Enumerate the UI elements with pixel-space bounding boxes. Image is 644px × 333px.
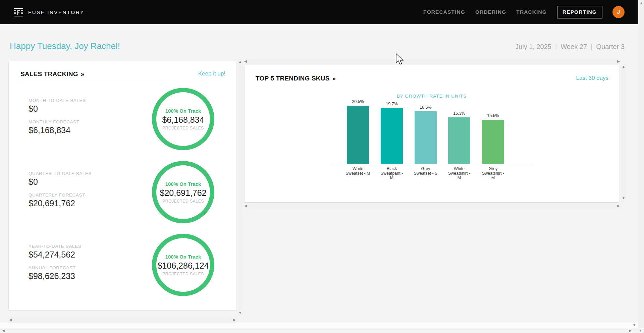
on-track-ring-quarter: 100% On Track $20,691,762 PROJECTED SALE… bbox=[152, 161, 214, 223]
skus-vertical-scroll-track[interactable] bbox=[621, 65, 626, 202]
ring-status: 100% On Track bbox=[165, 181, 201, 187]
scroll-right-arrow[interactable]: ▶ bbox=[628, 329, 633, 333]
metric-value: $54,274,562 bbox=[29, 250, 81, 260]
current-quarter: Quarter 3 bbox=[596, 43, 625, 51]
skus-top-scroll-track[interactable] bbox=[245, 59, 621, 64]
date-separator: | bbox=[591, 43, 592, 51]
top-navigation-bar: FUSE INVENTORY FORECASTING ORDERING TRAC… bbox=[0, 0, 644, 24]
nav-item-forecasting[interactable]: FORECASTING bbox=[423, 9, 465, 15]
scroll-right-arrow[interactable]: ▶ bbox=[616, 60, 621, 64]
scroll-down-arrow[interactable]: ▼ bbox=[238, 311, 243, 315]
last-30-days-link[interactable]: Last 30 days bbox=[576, 75, 608, 81]
scroll-left-arrow[interactable]: ◀ bbox=[243, 204, 248, 208]
bar-category-label: Black Sweatpant - M bbox=[379, 167, 405, 180]
metric-label: MONTHLY FORECAST bbox=[29, 119, 86, 124]
bar-category-label: White Sweatset - M bbox=[345, 167, 371, 176]
scroll-right-arrow[interactable]: ▶ bbox=[232, 318, 237, 322]
trending-skus-title[interactable]: TOP 5 TRENDING SKUS» bbox=[256, 75, 336, 82]
ring-caption: PROJECTED SALES bbox=[162, 272, 204, 276]
bar-value-label: 20.5% bbox=[341, 99, 375, 104]
chart-bar[interactable] bbox=[482, 120, 504, 164]
browser-horizontal-scrollbar[interactable]: ◀ ▶ ▼ bbox=[0, 328, 644, 333]
scroll-left-arrow[interactable]: ◀ bbox=[1, 329, 6, 333]
chart-bar[interactable] bbox=[448, 117, 470, 164]
year-metric-row: YEAR-TO-DATE SALES $54,274,562 ANNUAL FO… bbox=[20, 234, 225, 296]
on-track-ring-month: 100% On Track $6,168,834 PROJECTED SALES bbox=[152, 88, 214, 150]
brand-name: FUSE INVENTORY bbox=[28, 9, 85, 15]
metric-label: ANNUAL FORECAST bbox=[29, 265, 81, 270]
metric-value: $98,626,233 bbox=[29, 271, 81, 281]
metric-value: $6,168,834 bbox=[29, 125, 86, 135]
metric-value: $20,691,762 bbox=[29, 199, 92, 208]
chart-bar[interactable] bbox=[381, 108, 403, 164]
bar-category-label: Grey Sweatset - S bbox=[413, 167, 438, 176]
quarter-metric-row: QUARTER-TO-DATE SALES $0 QUARTERLY FOREC… bbox=[20, 161, 225, 223]
nav-item-ordering[interactable]: ORDERING bbox=[475, 9, 506, 15]
fuse-logo-icon bbox=[13, 8, 23, 17]
sales-vertical-scroll-track[interactable] bbox=[238, 59, 243, 316]
ring-value: $106,286,124 bbox=[158, 261, 209, 271]
bar-value-label: 16.3% bbox=[442, 111, 476, 116]
scroll-down-arrow[interactable]: ▼ bbox=[638, 329, 643, 333]
inner-frame-scroll-strip[interactable]: ▼ bbox=[0, 323, 638, 328]
ring-status: 100% On Track bbox=[165, 254, 201, 260]
expand-chevron-icon[interactable]: » bbox=[332, 75, 336, 82]
chart-bar[interactable] bbox=[415, 111, 437, 164]
scroll-up-arrow[interactable]: ▲ bbox=[639, 1, 644, 5]
metric-label: MONTH-TO-DATE SALES bbox=[29, 98, 86, 103]
current-week: Week 27 bbox=[560, 43, 587, 51]
scroll-up-arrow[interactable]: ▲ bbox=[621, 65, 626, 69]
sales-tracking-card: SALES TRACKING» Keep it up! MONTH-TO-DAT… bbox=[9, 61, 236, 310]
bar-value-label: 18.5% bbox=[409, 105, 442, 110]
user-avatar[interactable]: J bbox=[612, 6, 625, 18]
ring-value: $20,691,762 bbox=[160, 188, 206, 198]
scroll-down-arrow[interactable]: ▼ bbox=[632, 324, 637, 328]
ring-caption: PROJECTED SALES bbox=[162, 126, 204, 130]
divider bbox=[256, 88, 608, 88]
metric-label: QUARTERLY FORECAST bbox=[29, 192, 92, 198]
current-date: July 1, 2025 bbox=[515, 43, 551, 51]
keep-it-up-link[interactable]: Keep it up! bbox=[198, 70, 225, 77]
sales-horizontal-scroll-track[interactable] bbox=[9, 317, 237, 323]
sales-tracking-title[interactable]: SALES TRACKING» bbox=[20, 70, 84, 78]
browser-vertical-scrollbar[interactable]: ▲ bbox=[638, 0, 644, 328]
bar-chart-categories: White Sweatset - MBlack Sweatpant - MGre… bbox=[331, 167, 532, 182]
bar-value-label: 19.7% bbox=[375, 102, 409, 106]
nav-item-tracking[interactable]: TRACKING bbox=[516, 9, 547, 15]
page-greeting: Happy Tuesday, Joy Rachel! bbox=[10, 41, 120, 51]
scroll-down-arrow[interactable]: ▼ bbox=[621, 197, 626, 201]
bar-category-label: White Sweatshirt - M bbox=[446, 167, 472, 180]
metric-label: YEAR-TO-DATE SALES bbox=[29, 244, 81, 249]
expand-chevron-icon[interactable]: » bbox=[81, 70, 85, 77]
bar-value-label: 15.5% bbox=[476, 113, 510, 118]
on-track-ring-year: 100% On Track $106,286,124 PROJECTED SAL… bbox=[152, 234, 214, 296]
ring-status: 100% On Track bbox=[165, 108, 201, 114]
scroll-left-arrow[interactable]: ◀ bbox=[8, 318, 13, 322]
chart-bar[interactable] bbox=[347, 106, 369, 164]
chart-subtitle: BY GROWTH RATE IN UNITS bbox=[331, 94, 532, 99]
bar-category-label: Grey Sweatshirt - M bbox=[480, 167, 506, 180]
scroll-right-arrow[interactable]: ▶ bbox=[616, 204, 621, 208]
month-metric-row: MONTH-TO-DATE SALES $0 MONTHLY FORECAST … bbox=[20, 88, 225, 150]
skus-bottom-scroll-track[interactable] bbox=[245, 204, 621, 209]
metric-value: $0 bbox=[29, 104, 86, 114]
metric-label: QUARTER-TO-DATE SALES bbox=[29, 171, 92, 176]
trending-skus-card: TOP 5 TRENDING SKUS» Last 30 days BY GRO… bbox=[245, 65, 619, 202]
bar-chart-plot: 20.5%19.7%18.5%16.3%15.5% bbox=[331, 103, 532, 164]
scroll-up-arrow[interactable]: ▲ bbox=[238, 60, 243, 64]
metric-value: $0 bbox=[29, 177, 92, 187]
date-separator: | bbox=[555, 43, 557, 51]
nav-item-reporting-active[interactable]: REPORTING bbox=[557, 6, 602, 18]
date-context: July 1, 2025 | Week 27 | Quarter 3 bbox=[515, 43, 625, 51]
ring-caption: PROJECTED SALES bbox=[162, 199, 204, 204]
brand[interactable]: FUSE INVENTORY bbox=[13, 8, 85, 17]
scroll-left-arrow[interactable]: ◀ bbox=[243, 60, 248, 64]
ring-value: $6,168,834 bbox=[162, 115, 204, 125]
divider bbox=[20, 83, 225, 83]
